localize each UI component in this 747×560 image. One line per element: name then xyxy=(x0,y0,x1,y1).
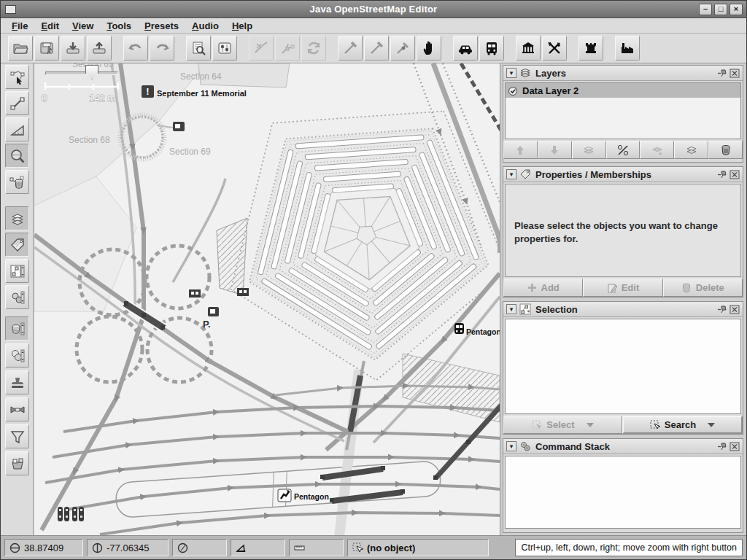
menu-presets[interactable]: Presets xyxy=(138,19,185,33)
search-button-panel[interactable]: Search xyxy=(622,416,743,434)
magnifier-icon xyxy=(9,148,26,164)
merge-down-button[interactable] xyxy=(640,141,674,159)
collapse-icon[interactable]: ▾ xyxy=(506,441,516,451)
layer-opacity-button[interactable] xyxy=(606,141,640,159)
pin-icon[interactable] xyxy=(717,305,727,314)
menu-view[interactable]: View xyxy=(66,19,100,33)
toggle-layers-button[interactable] xyxy=(5,206,29,230)
pin-icon[interactable] xyxy=(717,69,727,78)
toggle-conflicts-button[interactable] xyxy=(5,397,29,421)
maximize-button[interactable]: □ xyxy=(714,4,727,15)
section-label: Section 69 xyxy=(169,147,211,157)
close-button[interactable]: × xyxy=(729,4,743,15)
layer-up-button[interactable] xyxy=(503,141,538,159)
preferences-button[interactable] xyxy=(212,36,237,61)
preset-factory-button[interactable] xyxy=(615,36,640,61)
minimize-button[interactable]: – xyxy=(699,4,712,15)
search-document-icon xyxy=(190,40,206,56)
refresh-button[interactable] xyxy=(301,36,326,61)
close-icon[interactable] xyxy=(729,442,740,451)
bus-stop-label: Pentagon xyxy=(466,327,500,336)
delete-button[interactable]: Delete xyxy=(663,279,743,297)
download-button[interactable] xyxy=(61,36,85,61)
tag-icon xyxy=(519,168,531,180)
layer-down-button[interactable] xyxy=(538,141,572,159)
toggle-selection-button[interactable] xyxy=(5,259,29,283)
merge-layers-button[interactable] xyxy=(572,141,606,159)
redo-button[interactable] xyxy=(150,36,174,61)
layer-row[interactable]: Data Layer 2 xyxy=(506,83,740,98)
properties-actions: Add Edit Delete xyxy=(503,279,743,297)
close-icon[interactable] xyxy=(729,305,740,314)
status-bar: 38.87409 -77.06345 (no object) Ctrl+up, … xyxy=(1,535,746,559)
menu-tools[interactable]: Tools xyxy=(100,19,138,33)
delete-layer-button[interactable] xyxy=(708,141,743,159)
select-button[interactable]: Select xyxy=(503,416,622,434)
zoom-mode-button[interactable] xyxy=(5,144,29,168)
scale-max-label: 142 m xyxy=(89,93,115,104)
conflict-arrows-icon xyxy=(9,402,26,418)
select-mode-button[interactable] xyxy=(5,65,29,89)
edit-icon xyxy=(607,283,617,293)
split-way-button[interactable] xyxy=(249,36,274,61)
toggle-filter-button[interactable] xyxy=(5,424,29,448)
collapse-icon[interactable]: ▾ xyxy=(506,68,516,78)
bus-stop-icon xyxy=(237,288,249,296)
preset-restaurant-button[interactable] xyxy=(542,36,567,61)
toggle-command-stack-button[interactable] xyxy=(5,285,29,309)
hand-icon xyxy=(421,40,437,56)
delete-mode-button[interactable] xyxy=(5,170,29,194)
search-button[interactable] xyxy=(186,36,211,61)
combine-way-button[interactable] xyxy=(275,36,300,61)
draw-node-mode-button[interactable] xyxy=(5,91,29,115)
toggle-changesets-button[interactable] xyxy=(5,451,29,475)
menu-file[interactable]: File xyxy=(5,19,34,33)
select-cursor-icon xyxy=(532,420,542,430)
preset-museum-button[interactable] xyxy=(516,36,541,61)
collapse-icon[interactable]: ▾ xyxy=(506,304,516,314)
selection-list[interactable] xyxy=(505,319,741,414)
command-stack-list[interactable] xyxy=(505,456,741,529)
pin-icon[interactable] xyxy=(717,170,727,179)
pan-button[interactable] xyxy=(417,36,441,61)
map-canvas[interactable]: ! P. xyxy=(34,63,500,535)
toggle-properties-button[interactable] xyxy=(5,233,29,257)
museum-icon xyxy=(520,40,536,56)
menu-audio[interactable]: Audio xyxy=(185,19,225,33)
edit-button[interactable]: Edit xyxy=(583,279,662,297)
upload-button[interactable] xyxy=(87,36,112,61)
open-button[interactable] xyxy=(8,36,33,61)
relations-icon xyxy=(9,348,26,364)
menu-help[interactable]: Help xyxy=(225,19,259,33)
measure-mode-button[interactable] xyxy=(5,117,29,141)
layer-visible-icon[interactable] xyxy=(508,85,519,96)
toggle-notes-button[interactable] xyxy=(5,370,29,394)
zoom-slider[interactable] xyxy=(45,71,118,75)
latitude-value: 38.87409 xyxy=(24,542,63,553)
duplicate-layer-button[interactable] xyxy=(674,141,708,159)
plus-icon xyxy=(527,283,537,292)
menu-edit[interactable]: Edit xyxy=(34,19,66,33)
save-button[interactable] xyxy=(34,36,59,61)
preset-castle-button[interactable] xyxy=(578,36,603,61)
pick-tool-1-button[interactable] xyxy=(338,36,363,61)
toggle-map-paint-button[interactable] xyxy=(5,316,29,341)
add-button[interactable]: Add xyxy=(503,279,583,297)
selection-list-icon xyxy=(9,263,26,279)
map-view[interactable]: ! P. xyxy=(34,63,500,535)
undo-button[interactable] xyxy=(123,36,148,61)
tag-icon xyxy=(9,237,26,253)
close-icon[interactable] xyxy=(729,69,740,78)
properties-message: Please select the objects you want to ch… xyxy=(506,184,740,245)
collapse-icon[interactable]: ▾ xyxy=(506,169,516,179)
upload-icon xyxy=(91,40,107,56)
pick-tool-3-button[interactable] xyxy=(390,36,415,61)
preset-car-button[interactable] xyxy=(453,36,478,61)
pick-tool-2-button[interactable] xyxy=(364,36,389,61)
close-icon[interactable] xyxy=(729,170,740,179)
layers-list[interactable]: Data Layer 2 xyxy=(505,82,741,139)
toggle-relations-button[interactable] xyxy=(5,343,29,368)
preset-bus-button[interactable] xyxy=(479,36,504,61)
pin-icon[interactable] xyxy=(717,442,727,451)
trash-icon xyxy=(720,144,732,156)
